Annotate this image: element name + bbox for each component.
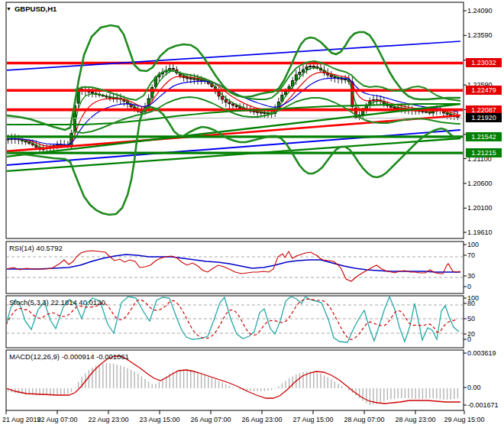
trading-terminal-window: ▼ GBPUSD,H1 RSI(14) 40.5792 Stoch(5,3,3)… [0, 0, 504, 428]
rsi-indicator-label: RSI(14) 40.5792 [9, 244, 63, 252]
time-label: 26 Aug 07:00 [190, 416, 231, 423]
rsi-tick: 100 [467, 241, 479, 248]
time-label: 23 Aug 15:00 [139, 416, 179, 423]
stoch-tick: 80 [467, 300, 475, 307]
price-badge: 1.21215 [466, 148, 502, 157]
price-badge: 1.22479 [466, 86, 502, 95]
rsi-tick: 0 [467, 283, 471, 290]
price-badge: 1.21542 [466, 132, 502, 141]
stoch-tick: 0 [467, 336, 471, 343]
stoch-tick: 50 [467, 315, 475, 323]
time-label: 26 Aug 23:00 [241, 416, 282, 423]
chart-canvas[interactable] [0, 0, 504, 428]
time-label: 28 Aug 07:00 [344, 416, 384, 423]
time-label: 29 Aug 15:00 [444, 416, 484, 423]
macd-tick: 0.003619 [467, 349, 496, 357]
time-label: 27 Aug 15:00 [292, 416, 333, 423]
price-badge: 1.23032 [466, 58, 502, 67]
stoch-indicator-label: Stoch(5,3,3) 22.1814 40.0120 [9, 298, 105, 306]
price-tick: 1.24090 [467, 7, 493, 15]
price-tick: 1.20100 [467, 204, 493, 212]
time-label: 28 Aug 23:00 [395, 416, 435, 423]
symbol-timeframe-text: GBPUSD,H1 [15, 5, 57, 13]
price-tick: 1.20600 [467, 180, 493, 187]
macd-indicator-label: MACD(12,26,9) -0.000914 -0.001061 [9, 352, 129, 361]
macd-tick: -0.001671 [467, 401, 499, 409]
time-label: 21 Aug 2019 [2, 416, 41, 423]
rsi-tick: 30 [467, 272, 475, 280]
time-label: 22 Aug 23:00 [88, 416, 128, 423]
rsi-tick: 70 [467, 251, 475, 259]
price-tick: 1.19610 [467, 229, 493, 236]
price-tick: 1.23590 [467, 31, 493, 39]
collapse-chart-icon[interactable]: ▼ [6, 6, 11, 11]
symbol-label[interactable]: ▼ GBPUSD,H1 [6, 5, 57, 13]
price-badge: 1.21920 [466, 113, 502, 122]
time-label: 22 Aug 07:00 [37, 416, 77, 423]
macd-tick: 0.00 [467, 384, 481, 391]
